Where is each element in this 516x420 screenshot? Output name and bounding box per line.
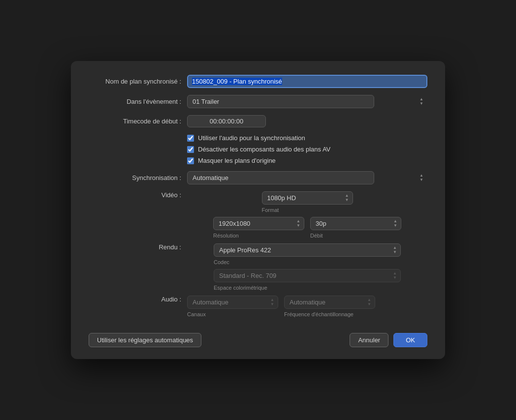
desactiver-label: Désactiver les composants audio des plan… bbox=[198, 146, 330, 153]
audio-sync-checkbox[interactable] bbox=[187, 135, 194, 142]
audio-freq-group: Automatique 48 kHz 44.1 kHz ▲ ▼ Fréquenc… bbox=[284, 296, 375, 317]
rendu-controls: Apple ProRes 422 Apple ProRes 4444 H.264… bbox=[187, 243, 427, 291]
desactiver-checkbox[interactable] bbox=[187, 146, 194, 153]
audio-canaux-select[interactable]: Automatique Stéréo Mono bbox=[187, 296, 278, 309]
nom-label: Nom de plan synchronisé : bbox=[89, 78, 187, 85]
audio-sub-row: Automatique Stéréo Mono ▲ ▼ Canaux bbox=[187, 296, 375, 317]
sync-label: Synchronisation : bbox=[89, 174, 187, 181]
video-resolution-select[interactable]: 1920x1080 1280x720 3840x2160 bbox=[213, 217, 304, 230]
rendu-color-sublabel: Espace colorimétrique bbox=[214, 285, 401, 291]
video-row: Vidéo : 1080p HD 720p HD 4K ▲ ▼ Format bbox=[89, 191, 427, 239]
rendu-codec-select[interactable]: Apple ProRes 422 Apple ProRes 4444 H.264 bbox=[214, 243, 401, 257]
video-format-group: 1080p HD 720p HD 4K ▲ ▼ Format bbox=[262, 191, 353, 213]
video-resolution-group: 1920x1080 1280x720 3840x2160 ▲ ▼ Résolut… bbox=[213, 217, 304, 239]
rendu-codec-sublabel: Codec bbox=[214, 259, 401, 265]
video-debit-group: 30p 25p 24p 60p ▲ ▼ Débit bbox=[310, 217, 401, 239]
timecode-label: Timecode de début : bbox=[89, 118, 187, 125]
masquer-checkbox[interactable] bbox=[187, 157, 194, 164]
video-format-select[interactable]: 1080p HD 720p HD 4K bbox=[262, 191, 353, 205]
video-format-sublabel: Format bbox=[262, 207, 353, 213]
evenement-row: Dans l'évènement : 01 Trailer 02 Feature… bbox=[89, 95, 427, 108]
audio-freq-select-wrapper: Automatique 48 kHz 44.1 kHz ▲ ▼ bbox=[284, 296, 375, 309]
evenement-control-area: 01 Trailer 02 Feature 03 Extras ▲ ▼ bbox=[187, 95, 427, 108]
audio-canaux-sublabel: Canaux bbox=[187, 311, 278, 317]
timecode-input[interactable] bbox=[187, 115, 266, 127]
audio-freq-select[interactable]: Automatique 48 kHz 44.1 kHz bbox=[284, 296, 375, 309]
auto-settings-button[interactable]: Utiliser les réglages automatiques bbox=[89, 333, 201, 347]
audio-label: Audio : bbox=[89, 296, 187, 303]
video-label: Vidéo : bbox=[89, 191, 187, 199]
video-format-select-wrapper: 1080p HD 720p HD 4K ▲ ▼ bbox=[262, 191, 353, 205]
sync-control-area: Automatique Manuelle ▲ ▼ bbox=[187, 171, 427, 184]
masquer-label: Masquer les plans d'origine bbox=[198, 157, 276, 164]
rendu-row: Rendu : Apple ProRes 422 Apple ProRes 44… bbox=[89, 243, 427, 291]
evenement-select[interactable]: 01 Trailer 02 Feature 03 Extras bbox=[187, 95, 374, 108]
audio-sync-label: Utiliser l'audio pour la synchronisation bbox=[198, 134, 305, 142]
sync-select-arrow: ▲ ▼ bbox=[419, 174, 423, 182]
ok-button[interactable]: OK bbox=[393, 333, 427, 347]
nom-control-area bbox=[187, 75, 427, 88]
rendu-color-select[interactable]: Standard - Rec. 709 Wide Gamut HDR bbox=[214, 269, 401, 282]
rendu-codec-group: Apple ProRes 422 Apple ProRes 4444 H.264… bbox=[214, 243, 401, 265]
audio-canaux-select-wrapper: Automatique Stéréo Mono ▲ ▼ bbox=[187, 296, 278, 309]
evenement-label: Dans l'évènement : bbox=[89, 98, 187, 105]
sync-select-wrapper: Automatique Manuelle ▲ ▼ bbox=[187, 171, 427, 184]
video-debit-sublabel: Débit bbox=[310, 233, 401, 239]
video-debit-select-wrapper: 30p 25p 24p 60p ▲ ▼ bbox=[310, 217, 401, 230]
rendu-label: Rendu : bbox=[89, 243, 187, 251]
audio-canaux-group: Automatique Stéréo Mono ▲ ▼ Canaux bbox=[187, 296, 278, 317]
rendu-codec-select-wrapper: Apple ProRes 422 Apple ProRes 4444 H.264… bbox=[214, 243, 401, 257]
video-controls: 1080p HD 720p HD 4K ▲ ▼ Format 19 bbox=[187, 191, 427, 239]
timecode-control-area bbox=[187, 115, 427, 127]
audio-row: Audio : Automatique Stéréo Mono ▲ ▼ bbox=[89, 296, 427, 317]
audio-sync-checkbox-item[interactable]: Utiliser l'audio pour la synchronisation bbox=[187, 134, 305, 142]
rendu-color-select-wrapper: Standard - Rec. 709 Wide Gamut HDR ▲ ▼ bbox=[214, 269, 401, 282]
video-sub-row: 1920x1080 1280x720 3840x2160 ▲ ▼ Résolut… bbox=[213, 217, 401, 239]
sync-select[interactable]: Automatique Manuelle bbox=[187, 171, 374, 184]
evenement-select-wrapper: 01 Trailer 02 Feature 03 Extras ▲ ▼ bbox=[187, 95, 427, 108]
video-debit-select[interactable]: 30p 25p 24p 60p bbox=[310, 217, 401, 230]
evenement-select-arrow: ▲ ▼ bbox=[419, 97, 423, 106]
audio-controls: Automatique Stéréo Mono ▲ ▼ Canaux bbox=[187, 296, 427, 317]
timecode-row: Timecode de début : bbox=[89, 115, 427, 127]
footer: Utiliser les réglages automatiques Annul… bbox=[89, 327, 427, 347]
cancel-button[interactable]: Annuler bbox=[350, 333, 388, 347]
desactiver-checkbox-item[interactable]: Désactiver les composants audio des plan… bbox=[187, 146, 330, 153]
video-resolution-select-wrapper: 1920x1080 1280x720 3840x2160 ▲ ▼ bbox=[213, 217, 304, 230]
nom-input[interactable] bbox=[187, 75, 427, 88]
checkboxes-section: Utiliser l'audio pour la synchronisation… bbox=[89, 134, 427, 164]
nom-row: Nom de plan synchronisé : bbox=[89, 75, 427, 88]
sync-row: Synchronisation : Automatique Manuelle ▲… bbox=[89, 171, 427, 184]
rendu-color-group: Standard - Rec. 709 Wide Gamut HDR ▲ ▼ E… bbox=[214, 269, 401, 291]
masquer-checkbox-item[interactable]: Masquer les plans d'origine bbox=[187, 157, 276, 164]
dialog: Nom de plan synchronisé : Dans l'évèneme… bbox=[71, 61, 445, 359]
video-resolution-sublabel: Résolution bbox=[213, 233, 304, 239]
audio-freq-sublabel: Fréquence d'échantillonnage bbox=[284, 311, 375, 317]
footer-right: Annuler OK bbox=[350, 333, 427, 347]
